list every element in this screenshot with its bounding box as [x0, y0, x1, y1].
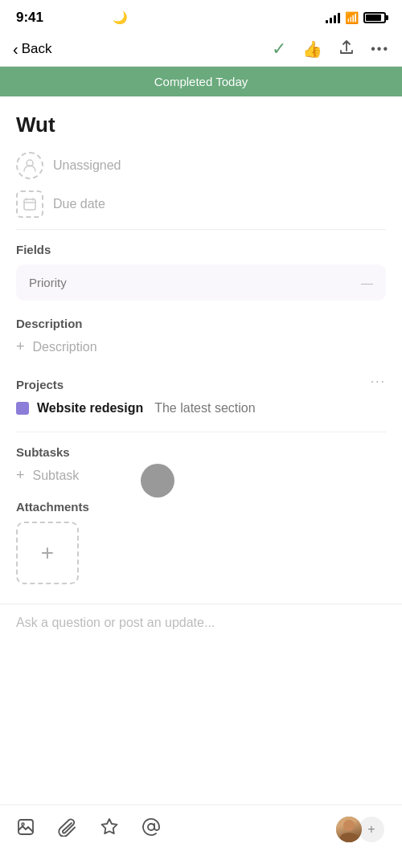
- comment-input[interactable]: Ask a question or post an update...: [0, 604, 402, 641]
- mention-icon[interactable]: [142, 817, 161, 841]
- share-icon[interactable]: [338, 39, 355, 59]
- task-title[interactable]: Wut: [16, 113, 386, 137]
- toolbar-icon-group: [16, 817, 161, 841]
- divider-2: [16, 432, 386, 432]
- wifi-icon: 📶: [345, 11, 359, 24]
- svg-rect-1: [24, 199, 35, 210]
- assignee-row[interactable]: Unassigned: [16, 152, 386, 179]
- svg-rect-2: [18, 820, 33, 834]
- back-button[interactable]: ‹ Back: [13, 41, 51, 57]
- attachments-section-label: Attachments: [16, 500, 386, 514]
- add-subtask-row[interactable]: + Subtask: [16, 467, 386, 484]
- back-chevron-icon: ‹: [13, 41, 18, 57]
- add-description-row[interactable]: + Description: [16, 338, 386, 355]
- priority-field-value: —: [361, 276, 373, 289]
- due-date-icon-placeholder: [16, 190, 43, 218]
- project-section: The latest section: [154, 401, 255, 416]
- back-label: Back: [22, 41, 52, 57]
- due-date-label: Due date: [53, 197, 105, 211]
- bottom-toolbar: +: [0, 805, 402, 868]
- status-icons: 📶: [326, 11, 386, 24]
- project-name: Website redesign: [37, 401, 143, 416]
- projects-section-label: Projects: [16, 378, 64, 391]
- attachment-icon[interactable]: [58, 817, 77, 841]
- signal-icon: [326, 12, 340, 23]
- attachments-section: Attachments +: [16, 500, 386, 584]
- moon-icon: 🌙: [113, 10, 128, 25]
- completed-text: Completed Today: [154, 75, 248, 88]
- project-item[interactable]: Website redesign The latest section: [16, 401, 386, 416]
- fields-section-label: Fields: [16, 243, 386, 256]
- subtasks-section-label: Subtasks: [16, 445, 386, 459]
- battery-icon: [363, 12, 386, 23]
- priority-field-name: Priority: [29, 276, 361, 289]
- drag-handle[interactable]: [141, 464, 174, 497]
- description-section-label: Description: [16, 317, 386, 330]
- projects-header: Projects ···: [16, 371, 386, 391]
- comment-placeholder: Ask a question or post an update...: [16, 616, 215, 629]
- nav-actions: ✓ 👍 •••: [272, 39, 389, 59]
- more-icon[interactable]: •••: [371, 42, 389, 56]
- add-subtask-label: Subtask: [33, 469, 80, 483]
- nav-bar: ‹ Back ✓ 👍 •••: [0, 32, 402, 67]
- status-bar: 9:41 🌙 📶: [0, 0, 402, 32]
- projects-more-button[interactable]: ···: [371, 375, 386, 389]
- add-attachment-plus-icon: +: [41, 540, 54, 566]
- due-date-row[interactable]: Due date: [16, 190, 386, 218]
- svg-point-4: [148, 824, 154, 830]
- avatar-image: [336, 817, 362, 842]
- star-icon[interactable]: [100, 817, 119, 841]
- add-attachment-button[interactable]: +: [16, 522, 79, 584]
- status-time: 9:41: [16, 10, 43, 26]
- complete-check-icon[interactable]: ✓: [272, 39, 286, 59]
- svg-point-3: [22, 823, 24, 825]
- avatar-group: +: [334, 815, 386, 844]
- add-description-label: Description: [33, 340, 97, 354]
- content-area: Wut Unassigned Due date Fields Priority …: [0, 96, 402, 584]
- add-subtask-plus-icon: +: [16, 467, 25, 484]
- user-avatar: [334, 815, 363, 844]
- divider-1: [16, 229, 386, 230]
- add-description-plus-icon: +: [16, 338, 25, 355]
- assignee-avatar-placeholder: [16, 152, 43, 179]
- assignee-label: Unassigned: [53, 158, 121, 173]
- thumbs-up-icon[interactable]: 👍: [302, 39, 322, 59]
- fields-card[interactable]: Priority —: [16, 264, 386, 301]
- project-color-dot: [16, 402, 29, 415]
- completed-banner: Completed Today: [0, 67, 402, 96]
- image-icon[interactable]: [16, 817, 35, 841]
